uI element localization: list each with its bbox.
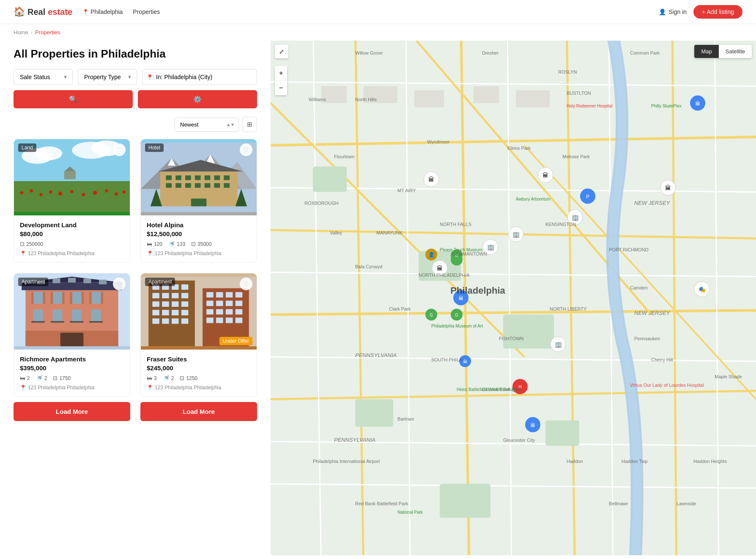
svg-text:Dresher: Dresher bbox=[482, 50, 499, 55]
map-zoom-in-button[interactable]: + bbox=[275, 66, 287, 81]
card-beds-3: 🛏 2 bbox=[20, 375, 30, 381]
svg-text:🏢: 🏢 bbox=[572, 214, 579, 221]
card-favorite-button-1[interactable]: ♡ bbox=[113, 143, 126, 156]
svg-text:P: P bbox=[586, 194, 589, 200]
card-beds-2: 🛏 120 bbox=[147, 241, 162, 247]
svg-rect-139 bbox=[503, 315, 554, 349]
svg-text:Heinz Battlefield Wildlife Ref: Heinz Battlefield Wildlife Refuge bbox=[457, 387, 517, 392]
map-zoom-out-button[interactable]: − bbox=[275, 81, 287, 95]
map-tabs: Map Satellite bbox=[694, 45, 752, 58]
svg-rect-94 bbox=[152, 318, 159, 324]
card-price-4: $245,000 bbox=[147, 364, 251, 372]
location-input-wrap: 📍 bbox=[142, 69, 257, 85]
svg-text:MANAYUNK: MANAYUNK bbox=[376, 230, 403, 235]
property-card-2[interactable]: Hotel ♡ Hotel Alpina $12,500,000 🛏 120 🚿… bbox=[140, 139, 257, 263]
svg-text:NORTH LIBERTY: NORTH LIBERTY bbox=[550, 306, 587, 311]
user-icon: 👤 bbox=[659, 8, 666, 15]
svg-rect-30 bbox=[195, 175, 201, 180]
svg-rect-147 bbox=[516, 91, 550, 107]
svg-text:Elkins Park: Elkins Park bbox=[507, 146, 531, 151]
svg-point-8 bbox=[39, 193, 42, 196]
card-stats-3: 🛏 2 🚿 2 ⊡ 1750 bbox=[20, 375, 124, 381]
beds-value-4: 3 bbox=[154, 375, 157, 381]
card-baths-2: 🚿 133 bbox=[168, 241, 185, 247]
property-card-4[interactable]: Apartment ♡ Under Offer Fraser Suites $2… bbox=[140, 273, 257, 397]
sort-select[interactable]: Newest Oldest Price: Low to High Price: … bbox=[175, 118, 239, 132]
svg-rect-106 bbox=[206, 309, 213, 315]
property-card-1[interactable]: Land ♡ Development Land $80,000 ⊡ 250000… bbox=[14, 139, 130, 263]
map-expand-button[interactable]: ⤢ bbox=[275, 45, 288, 58]
svg-text:National Park: National Park bbox=[397, 510, 423, 515]
svg-rect-86 bbox=[152, 301, 159, 307]
grid-toggle-button[interactable]: ⊞ bbox=[242, 117, 257, 132]
svg-text:🏢: 🏢 bbox=[555, 341, 562, 348]
svg-rect-89 bbox=[181, 301, 188, 307]
settings-button[interactable]: ⚙️ bbox=[138, 90, 257, 108]
svg-text:Bellmawr: Bellmawr bbox=[609, 501, 628, 506]
card-favorite-button-4[interactable]: ♡ bbox=[240, 278, 252, 290]
nav-city[interactable]: 📍 Philadelphia bbox=[82, 8, 123, 15]
bed-icon-4: 🛏 bbox=[147, 375, 152, 381]
svg-rect-83 bbox=[162, 293, 169, 298]
bed-icon-3: 🛏 bbox=[20, 375, 25, 381]
sign-in-button[interactable]: 👤 Sign in bbox=[659, 8, 687, 15]
breadcrumb-home[interactable]: Home bbox=[14, 29, 28, 36]
map-tab-satellite[interactable]: Satellite bbox=[719, 45, 752, 58]
property-type-select[interactable]: Property Type Land Hotel Apartment House bbox=[78, 69, 137, 85]
pin-icon: 📍 bbox=[82, 9, 89, 15]
action-row: 🔍 ⚙️ bbox=[14, 90, 257, 108]
svg-rect-61 bbox=[82, 292, 84, 303]
svg-text:Bartram: Bartram bbox=[397, 416, 414, 421]
svg-rect-109 bbox=[236, 309, 242, 315]
svg-rect-72 bbox=[89, 321, 103, 323]
card-stats-2: 🛏 120 🚿 133 ⊡ 35000 bbox=[147, 241, 251, 247]
address-text-3: 123 Philadelphia Philadelphia bbox=[28, 385, 94, 391]
svg-rect-37 bbox=[195, 183, 201, 188]
svg-text:Virtua Our Lady of Lourdes Hos: Virtua Our Lady of Lourdes Hospital bbox=[630, 383, 704, 388]
svg-rect-137 bbox=[313, 167, 347, 192]
card-favorite-button-3[interactable]: ♡ bbox=[113, 278, 126, 290]
card-image-wrap-4: Apartment ♡ Under Offer bbox=[141, 273, 257, 350]
svg-rect-59 bbox=[72, 292, 82, 303]
svg-text:Camden: Camden bbox=[630, 285, 648, 290]
map-svg: 🏛 🏢 🏢 🏛 🏛 G G 🏛 P 🏢 🏛 bbox=[271, 41, 756, 555]
svg-text:Haddon: Haddon bbox=[567, 459, 583, 464]
grid-icon: ⊞ bbox=[247, 121, 252, 128]
nav-properties[interactable]: Properties bbox=[133, 8, 160, 15]
svg-rect-64 bbox=[101, 292, 103, 303]
add-listing-button[interactable]: + Add listing bbox=[693, 5, 742, 19]
card-favorite-button-2[interactable]: ♡ bbox=[240, 143, 252, 156]
svg-point-7 bbox=[30, 189, 33, 192]
card-image-wrap-2: Hotel ♡ bbox=[141, 139, 257, 215]
svg-text:Willow Grove: Willow Grove bbox=[355, 50, 383, 55]
logo[interactable]: 🏠 Realestate bbox=[14, 6, 72, 17]
svg-rect-50 bbox=[68, 278, 76, 283]
svg-text:FISHTOWN: FISHTOWN bbox=[499, 336, 524, 341]
card-badge-3: Apartment bbox=[18, 278, 48, 286]
card-price-3: $395,000 bbox=[20, 364, 124, 372]
load-more-button-2[interactable]: Load More bbox=[140, 402, 257, 421]
address-pin-icon-1: 📍 bbox=[20, 251, 26, 256]
svg-text:KENSINGTON: KENSINGTON bbox=[545, 222, 576, 227]
card-price-1: $80,000 bbox=[20, 230, 124, 237]
svg-rect-69 bbox=[31, 321, 45, 323]
svg-text:NORTH PHILADELPHIA: NORTH PHILADELPHIA bbox=[419, 273, 470, 278]
location-input[interactable] bbox=[142, 69, 257, 85]
svg-text:🏛: 🏛 bbox=[542, 172, 548, 179]
card-title-1: Development Land bbox=[20, 221, 124, 229]
property-card-3[interactable]: Apartment ♡ Richmore Apartments $395,000… bbox=[14, 273, 130, 397]
svg-rect-141 bbox=[545, 421, 579, 446]
sale-status-select[interactable]: Sale Status For Sale For Rent bbox=[14, 69, 73, 85]
breadcrumb: Home › Properties bbox=[0, 24, 756, 41]
card-body-3: Richmore Apartments $395,000 🛏 2 🚿 2 ⊡ bbox=[14, 350, 130, 397]
beds-value-2: 120 bbox=[154, 241, 162, 247]
svg-text:🏛: 🏛 bbox=[695, 101, 700, 107]
load-more-button-1[interactable]: Load More bbox=[14, 402, 130, 421]
svg-rect-105 bbox=[236, 300, 242, 306]
map-tab-map[interactable]: Map bbox=[694, 45, 718, 58]
card-address-4: 📍 123 Philadelphia Philadelphia bbox=[147, 385, 251, 391]
svg-text:Maple Shade: Maple Shade bbox=[715, 374, 742, 379]
sort-row: Newest Oldest Price: Low to High Price: … bbox=[14, 117, 257, 132]
search-button[interactable]: 🔍 bbox=[14, 90, 133, 108]
svg-rect-31 bbox=[205, 175, 211, 180]
